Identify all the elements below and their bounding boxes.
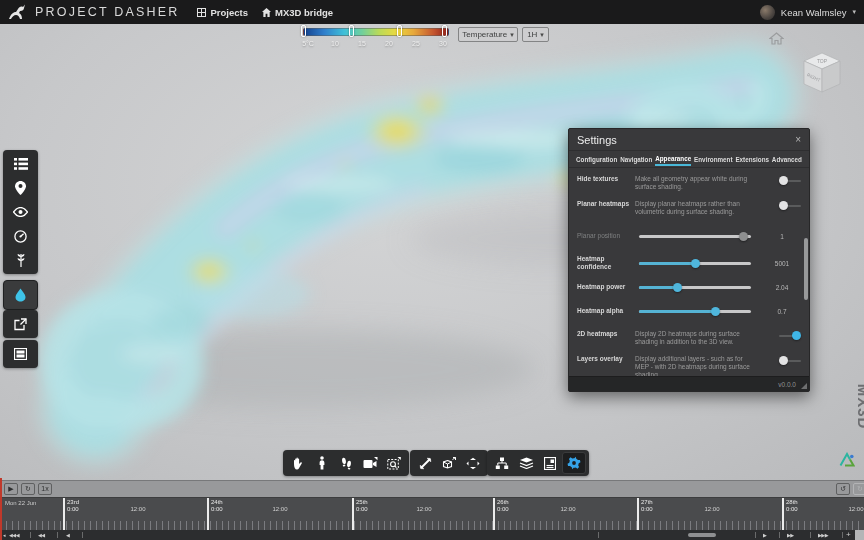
visibility-button[interactable]: [5, 200, 36, 224]
list-icon: [14, 158, 28, 170]
orbit-fit-button[interactable]: [461, 452, 485, 474]
speed-button[interactable]: 1x: [38, 483, 52, 495]
interval-dropdown[interactable]: 1H ▾: [522, 27, 549, 42]
settings-footer: v0.0.0: [569, 376, 809, 391]
sidebar-group-media: [3, 340, 38, 368]
dashboard-button[interactable]: [5, 224, 36, 248]
forward-1x-button[interactable]: ▶: [763, 532, 766, 538]
tab-navigation[interactable]: Navigation: [620, 153, 652, 165]
undo-zoom-button[interactable]: ↺: [836, 483, 850, 495]
forward-3x-button[interactable]: ▶▶▶: [818, 532, 828, 538]
dasher-logo-icon: [7, 4, 27, 20]
slider-handle[interactable]: [739, 232, 748, 241]
toolbar-panels: [487, 450, 589, 476]
viewport-3d[interactable]: 5°C 10 15 20 25 30 Temperature ▾ 1H ▾ TO…: [0, 24, 864, 480]
timeline-corner-handle[interactable]: [855, 530, 864, 540]
rewind-3x-button[interactable]: ◀◀◀: [9, 532, 19, 538]
water-heatmap-button-active[interactable]: [5, 283, 36, 307]
step-back-button[interactable]: ◂: [3, 532, 5, 538]
pan-button[interactable]: [286, 452, 310, 474]
setting-row-hide-textures: Hide textures Make all geometry appear w…: [569, 170, 809, 195]
divider: [779, 532, 780, 538]
scale-handle-max[interactable]: [442, 25, 447, 37]
model-browser-button[interactable]: [490, 452, 514, 474]
timeline-zoom-in-button[interactable]: +: [846, 530, 851, 539]
list-view-button[interactable]: [5, 152, 36, 176]
heatmap-alpha-slider[interactable]: [639, 310, 751, 313]
properties-button[interactable]: [538, 452, 562, 474]
heatmap-power-slider[interactable]: [639, 286, 751, 289]
forward-2x-button[interactable]: ▶▶: [787, 532, 794, 538]
sidebar-group-views: [3, 150, 38, 274]
settings-title: Settings: [577, 134, 617, 146]
viewcube-top-label: TOP: [817, 58, 828, 64]
settings-header[interactable]: Settings ×: [569, 129, 809, 151]
scale-handle-low[interactable]: [349, 25, 354, 37]
noon-label: 12:00: [556, 506, 580, 512]
timeline-ruler[interactable]: Mon 22 Jun 23rd0:00 24th0:00 25th0:00 26…: [0, 497, 864, 530]
walk-button[interactable]: [310, 452, 334, 474]
sensors-button[interactable]: [5, 248, 36, 272]
temperature-dropdown[interactable]: Temperature ▾: [458, 27, 518, 42]
tab-configuration[interactable]: Configuration: [576, 153, 617, 165]
tab-advanced[interactable]: Advanced: [772, 153, 802, 165]
footprints-icon: [341, 457, 352, 470]
setting-row-heatmap-confidence: Heatmap confidence 5001: [569, 251, 809, 275]
settings-scrollbar[interactable]: [804, 238, 808, 300]
current-time-cursor[interactable]: [0, 478, 2, 540]
layers-button[interactable]: [514, 452, 538, 474]
home-view-button[interactable]: [769, 32, 784, 45]
close-icon[interactable]: ×: [795, 134, 801, 145]
layers-overlay-toggle[interactable]: [779, 356, 801, 365]
heatmap-confidence-slider[interactable]: [639, 262, 751, 265]
tab-environment[interactable]: Environment: [694, 153, 733, 165]
play-button[interactable]: ▶: [4, 483, 18, 495]
footprints-button[interactable]: [334, 452, 358, 474]
divider: [57, 532, 58, 538]
explode-button[interactable]: [437, 452, 461, 474]
measure-button[interactable]: [413, 452, 437, 474]
share-button[interactable]: [5, 312, 36, 336]
camera-views-button[interactable]: [358, 452, 382, 474]
home-icon: [262, 8, 271, 17]
scale-tick-label: 25: [405, 40, 427, 47]
hand-icon: [292, 456, 305, 470]
setting-label: 2D heatmaps: [577, 330, 635, 346]
day-label: 25th0:00: [356, 499, 368, 512]
resize-handle[interactable]: [801, 383, 807, 389]
planar-position-slider[interactable]: [639, 235, 751, 238]
scale-handle-min[interactable]: [301, 25, 306, 37]
locations-button[interactable]: [5, 176, 36, 200]
view-cube[interactable]: TOP RIGHT: [797, 50, 847, 98]
tab-extensions[interactable]: Extensions: [735, 153, 769, 165]
film-button[interactable]: [5, 342, 36, 366]
user-avatar: [760, 5, 775, 20]
2d-heatmaps-toggle[interactable]: [779, 331, 801, 340]
plant-icon: [16, 253, 26, 267]
nav-model[interactable]: MX3D bridge: [262, 7, 333, 18]
zoom-region-icon: [387, 457, 401, 470]
slider-handle[interactable]: [711, 307, 720, 316]
loop-button[interactable]: ↻: [21, 483, 35, 495]
rewind-2x-button[interactable]: ◀◀: [38, 532, 45, 538]
user-menu[interactable]: Kean Walmsley ▾: [760, 5, 856, 20]
setting-row-planar-heatmaps: Planar heatmaps Display planar heatmaps …: [569, 195, 809, 220]
slider-handle[interactable]: [673, 283, 682, 292]
settings-button-active[interactable]: [562, 452, 586, 474]
divider: [842, 532, 843, 538]
redo-zoom-button[interactable]: ↻: [853, 483, 864, 495]
zoom-window-button[interactable]: [382, 452, 406, 474]
scale-handle-high[interactable]: [397, 25, 402, 37]
hide-textures-toggle[interactable]: [779, 176, 801, 185]
rewind-1x-button[interactable]: ◀: [66, 532, 69, 538]
day-label: 23rd0:00: [67, 499, 79, 512]
setting-row-2d-heatmaps: 2D heatmaps Display 2D heatmaps during s…: [569, 325, 809, 350]
timeline-scrollbar-thumb[interactable]: [688, 533, 716, 537]
nav-projects[interactable]: Projects: [197, 7, 248, 18]
noon-label: 12:00: [126, 506, 150, 512]
planar-heatmaps-toggle[interactable]: [779, 201, 801, 210]
slider-handle[interactable]: [691, 259, 700, 268]
user-name: Kean Walmsley: [781, 7, 847, 18]
setting-label: Heatmap confidence: [577, 255, 635, 271]
tab-appearance[interactable]: Appearance: [655, 152, 691, 166]
